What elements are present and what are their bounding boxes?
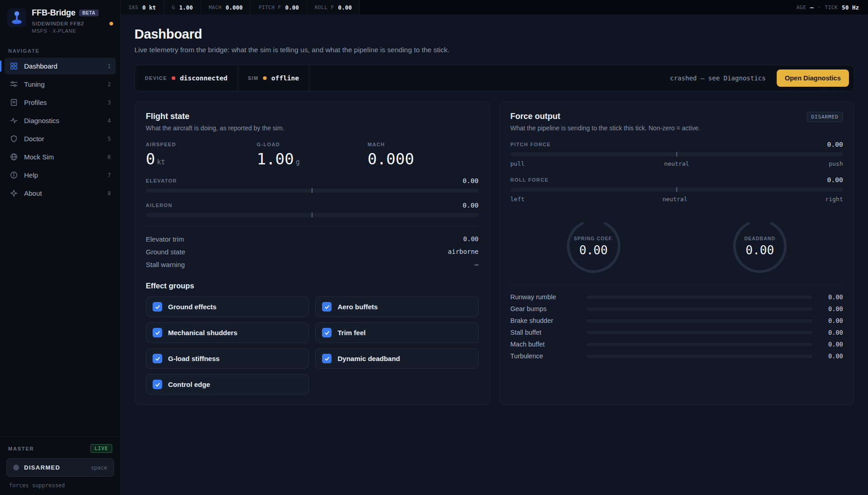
topbar-stats: IAS 0 kt G 1.00 MACH 0.000 PITCH F — [121, 0, 360, 15]
gload-metric: G-LOAD 1.00g — [257, 142, 367, 168]
sidebar-item-about[interactable]: About 8 — [5, 185, 116, 202]
effect-group-toggle[interactable]: Dynamic deadband — [315, 348, 478, 369]
force-effect-track — [587, 331, 813, 334]
effect-group-label: Aero buffets — [337, 303, 377, 311]
force-effect-value: 0.00 — [819, 341, 843, 348]
kv-label: Elevator trim — [146, 235, 184, 243]
grid-icon — [10, 62, 18, 70]
nav-item-number: 1 — [108, 63, 111, 69]
sidebar-item-help[interactable]: Help 7 — [5, 167, 116, 183]
scale-mid-label: neutral — [662, 196, 687, 203]
checked-checkbox[interactable] — [153, 380, 162, 389]
effect-groups-grid: Ground effects Aero buffets — [146, 297, 479, 395]
force-effect-track — [587, 307, 813, 311]
dot-separator: · — [818, 5, 821, 10]
effect-group-label: Ground effects — [168, 303, 217, 311]
effect-group-toggle[interactable]: Ground effects — [146, 297, 309, 317]
force-effect-label: Stall buffet — [511, 329, 580, 336]
flight-state-card: Flight state What the aircraft is doing,… — [134, 101, 490, 405]
flight-detail-rows: Elevator trim 0.00 Ground state airborne… — [146, 226, 479, 271]
check-icon — [324, 304, 330, 310]
sidebar-item-diagnostics[interactable]: Diagnostics 4 — [5, 112, 116, 129]
device-status-dot — [172, 76, 175, 80]
main-area: IAS 0 kt G 1.00 MACH 0.000 PITCH F — [121, 0, 868, 495]
device-status-dot — [109, 22, 113, 25]
device-status-value: disconnected — [180, 74, 228, 82]
effect-group-toggle[interactable]: Control edge — [146, 374, 309, 395]
nav-item-label: Doctor — [24, 135, 44, 143]
effect-group-toggle[interactable]: Trim feel — [315, 322, 478, 343]
sidebar-item-mock-sim[interactable]: Mock Sim 6 — [5, 148, 116, 165]
nav-item-label: Tuning — [24, 80, 45, 88]
force-gauges: SPRING COEF. 0.00 DEADBAND 0.00 — [511, 216, 843, 276]
elevator-track — [146, 188, 479, 193]
nav-item-number: 5 — [108, 136, 111, 142]
kv-value: airborne — [448, 248, 478, 255]
checked-checkbox[interactable] — [153, 328, 162, 337]
sidebar-item-profiles[interactable]: Profiles 3 — [5, 94, 116, 111]
metric-label: G-LOAD — [257, 142, 367, 147]
effect-group-toggle[interactable]: Mechanical shudders — [146, 322, 309, 343]
stat-cell: MACH 0.000 — [201, 0, 251, 15]
checked-checkbox[interactable] — [322, 328, 332, 337]
roll-force-axis: ROLL FORCE 0.00 left neutral right — [511, 176, 843, 203]
airspeed-metric: AIRSPEED 0kt — [146, 142, 257, 168]
gauge-label: SPRING COEF. — [574, 236, 613, 241]
stat-value: 0.000 — [226, 4, 243, 11]
sim-status-dot — [263, 76, 267, 80]
effect-group-toggle[interactable]: Aero buffets — [315, 297, 478, 317]
effect-group-toggle[interactable]: G-load stiffness — [146, 348, 309, 369]
brand-text: FFB-Bridge BETA SIDEWINDER FFB2 MSFS · X… — [32, 8, 113, 34]
page-title: Dashboard — [134, 27, 854, 42]
kv-value: — — [475, 261, 478, 268]
master-arm-button[interactable]: DISARMED space — [6, 458, 114, 477]
force-effect-track — [587, 319, 813, 322]
force-effect-track — [587, 296, 813, 299]
live-badge: LIVE — [90, 444, 112, 453]
forces-suppressed-note: forces suppressed — [6, 477, 114, 490]
checked-checkbox[interactable] — [322, 302, 332, 312]
nav-item-label: About — [24, 189, 42, 197]
gauge-label: DEADBAND — [744, 236, 775, 241]
stat-label: MACH — [209, 5, 222, 10]
connection-status-bar: DEVICE disconnected SIM offline crashed … — [134, 65, 854, 91]
checked-checkbox[interactable] — [322, 354, 332, 363]
kv-row: Stall warning — — [146, 258, 479, 271]
sidebar-item-tuning[interactable]: Tuning 2 — [5, 76, 116, 93]
open-diagnostics-button[interactable]: Open Diagnostics — [777, 69, 849, 87]
kv-label: Stall warning — [146, 261, 185, 268]
force-effect-label: Brake shudder — [511, 317, 580, 324]
gauge-value: 0.00 — [746, 243, 774, 257]
stat-label: IAS — [129, 5, 138, 10]
document-icon — [10, 98, 18, 107]
force-effect-value: 0.00 — [819, 293, 843, 301]
axis-label: PITCH FORCE — [511, 142, 551, 147]
metric-unit: kt — [157, 158, 165, 166]
aileron-track — [146, 213, 479, 217]
force-effect-row: Turbulence 0.00 — [511, 352, 843, 360]
disarmed-badge: DISARMED — [807, 112, 843, 122]
metric-label: AIRSPEED — [146, 142, 257, 147]
sidebar-item-doctor[interactable]: Doctor 5 — [5, 130, 116, 147]
sidebar-nav: Dashboard 1 Tuning 2 Profiles 3 — [0, 58, 120, 202]
device-status: DEVICE disconnected — [135, 65, 238, 91]
metric-label: MACH — [367, 142, 478, 147]
force-effect-label: Turbulence — [511, 352, 580, 360]
sidebar-item-dashboard[interactable]: Dashboard 1 — [5, 58, 116, 74]
master-label: MASTER — [8, 446, 34, 451]
sim-status-value: offline — [271, 74, 299, 82]
kv-value: 0.00 — [463, 235, 479, 243]
nav-item-number: 2 — [108, 81, 111, 88]
effect-group-label: G-load stiffness — [168, 355, 219, 362]
arm-indicator-dot — [13, 465, 19, 470]
axis-label: ROLL FORCE — [511, 177, 549, 183]
checked-checkbox[interactable] — [153, 302, 162, 312]
sim-list: MSFS · X-PLANE — [32, 28, 113, 34]
force-output-title: Force output — [511, 112, 700, 121]
force-effect-row: Stall buffet 0.00 — [511, 329, 843, 336]
elevator-axis: ELEVATOR 0.00 — [146, 177, 479, 193]
nav-item-number: 6 — [108, 154, 111, 160]
effect-group-label: Dynamic deadband — [337, 355, 400, 362]
scale-min-label: left — [511, 196, 525, 203]
checked-checkbox[interactable] — [153, 354, 162, 363]
